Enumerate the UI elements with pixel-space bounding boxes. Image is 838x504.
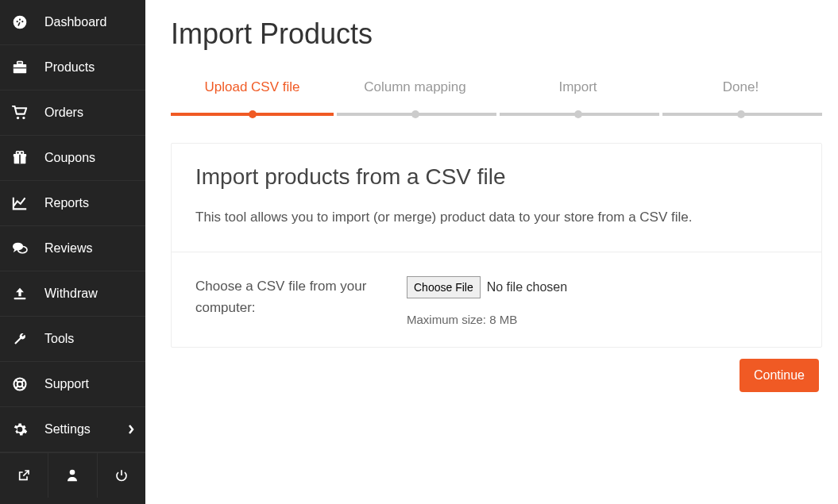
file-status: No file chosen [487, 280, 567, 294]
step-done[interactable]: Done! [659, 79, 822, 116]
step-label: Column mapping [364, 79, 466, 94]
svg-rect-7 [14, 67, 26, 68]
file-field-label: Choose a CSV file from your computer: [195, 276, 407, 326]
svg-rect-6 [17, 62, 23, 64]
lifebuoy-icon [11, 376, 29, 392]
gift-icon [11, 151, 29, 165]
svg-point-24 [70, 470, 75, 475]
stepper: Upload CSV file Column mapping Import Do… [171, 79, 822, 116]
svg-rect-12 [19, 154, 21, 164]
external-link-button[interactable] [0, 453, 48, 498]
profile-button[interactable] [48, 453, 97, 498]
sidebar-item-label: Support [44, 377, 89, 391]
sidebar: Dashboard Products Orders Coupons Report… [0, 0, 145, 504]
sidebar-item-label: Coupons [44, 151, 95, 165]
main-content: Import Products Upload CSV file Column m… [145, 0, 838, 504]
file-row: Choose a CSV file from your computer: Ch… [172, 252, 821, 347]
briefcase-icon [11, 60, 29, 75]
step-upload[interactable]: Upload CSV file [171, 79, 334, 116]
svg-line-22 [15, 387, 17, 389]
svg-point-1 [17, 21, 18, 22]
step-label: Upload CSV file [204, 79, 299, 94]
card-description: This tool allows you to import (or merge… [195, 207, 797, 228]
file-hint: Maximum size: 8 MB [407, 313, 797, 326]
svg-point-9 [22, 117, 25, 119]
comments-icon [11, 241, 29, 256]
import-card: Import products from a CSV file This too… [171, 143, 822, 348]
step-import[interactable]: Import [496, 79, 659, 116]
gear-icon [11, 421, 29, 437]
svg-line-23 [22, 387, 25, 389]
sidebar-item-tools[interactable]: Tools [0, 317, 145, 362]
chart-icon [11, 196, 29, 210]
dashboard-icon [11, 14, 29, 30]
actions: Continue [171, 348, 822, 392]
svg-line-20 [15, 379, 17, 382]
svg-point-13 [17, 151, 20, 154]
sidebar-item-label: Orders [44, 106, 83, 120]
sidebar-item-dashboard[interactable]: Dashboard [0, 0, 145, 45]
sidebar-item-label: Withdraw [44, 287, 98, 301]
svg-point-2 [19, 19, 21, 21]
sidebar-item-settings[interactable]: Settings [0, 407, 145, 452]
sidebar-item-orders[interactable]: Orders [0, 90, 145, 136]
step-dot [411, 110, 419, 118]
wrench-icon [11, 332, 29, 346]
svg-point-8 [17, 117, 19, 119]
choose-file-button[interactable]: Choose File [407, 276, 481, 298]
step-mapping[interactable]: Column mapping [334, 79, 496, 116]
page-title: Import Products [171, 17, 822, 51]
svg-rect-5 [14, 64, 26, 73]
svg-rect-17 [14, 298, 26, 299]
sidebar-item-label: Products [44, 60, 95, 75]
step-label: Import [558, 79, 597, 94]
sidebar-item-label: Reports [44, 196, 89, 210]
svg-point-19 [17, 382, 23, 387]
step-dot [574, 110, 582, 118]
step-label: Done! [723, 79, 759, 94]
sidebar-bottom [0, 452, 145, 498]
card-title: Import products from a CSV file [195, 164, 797, 190]
sidebar-item-label: Settings [44, 422, 91, 437]
svg-point-14 [20, 151, 23, 154]
sidebar-item-products[interactable]: Products [0, 45, 145, 90]
sidebar-item-withdraw[interactable]: Withdraw [0, 271, 145, 317]
continue-button[interactable]: Continue [740, 359, 819, 392]
upload-icon [11, 287, 29, 301]
svg-point-3 [21, 21, 23, 22]
sidebar-item-label: Tools [44, 332, 74, 346]
step-dot [737, 110, 745, 118]
chevron-right-icon [128, 425, 134, 434]
svg-line-21 [22, 379, 25, 382]
step-dot [249, 110, 257, 118]
sidebar-item-label: Dashboard [44, 15, 106, 29]
sidebar-item-label: Reviews [44, 241, 92, 256]
sidebar-item-reports[interactable]: Reports [0, 181, 145, 226]
sidebar-item-coupons[interactable]: Coupons [0, 136, 145, 181]
sidebar-item-support[interactable]: Support [0, 362, 145, 407]
power-button[interactable] [98, 453, 145, 498]
sidebar-item-reviews[interactable]: Reviews [0, 226, 145, 271]
cart-icon [11, 106, 29, 120]
